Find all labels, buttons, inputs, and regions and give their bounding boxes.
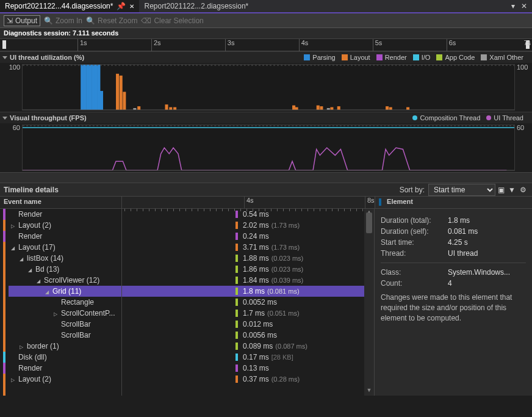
util-chart-body[interactable]: 100 100 xyxy=(22,64,515,111)
duration-row[interactable]: 1.88 ms(0.023 ms) xyxy=(122,253,374,264)
time-ruler[interactable]: 1s2s3s4s5s6s 7s xyxy=(0,39,532,51)
tree-twisty-icon[interactable] xyxy=(44,287,50,296)
close-icon[interactable]: ✕ xyxy=(129,3,134,10)
rail-segment xyxy=(3,231,5,242)
close-panel-icon[interactable]: ✕ xyxy=(521,2,527,10)
tree-row[interactable]: Bd (13) xyxy=(9,264,121,275)
legend-label: UI Thread xyxy=(494,114,523,121)
fps-chart-body[interactable]: 60 60 xyxy=(22,125,515,171)
duration-row[interactable]: 0.37 ms(0.28 ms) xyxy=(122,374,374,385)
svg-rect-22 xyxy=(389,107,392,110)
gear-icon[interactable]: ⚙ xyxy=(517,184,528,195)
tree-row[interactable]: Render xyxy=(9,363,121,374)
svg-rect-9 xyxy=(120,76,123,110)
duration-row[interactable]: 0.0056 ms xyxy=(122,330,374,341)
tree-row[interactable]: listBox (14) xyxy=(9,253,121,264)
duration-self: (0.023 ms) xyxy=(271,266,304,273)
tab-other[interactable]: Report2021122...2.diagsession* xyxy=(139,0,253,12)
timeline-table: RenderLayout (2)RenderLayout (17)listBox… xyxy=(0,209,532,396)
window-position-icon[interactable]: ▾ xyxy=(511,2,515,10)
duration-row[interactable]: 0.0052 ms xyxy=(122,297,374,308)
svg-rect-18 xyxy=(320,106,323,110)
tree-row[interactable]: Render xyxy=(9,209,121,220)
duration-row[interactable]: 3.71 ms(1.73 ms) xyxy=(122,242,374,253)
tree-row-label: ScrollBar xyxy=(61,320,91,328)
tree-twisty-icon[interactable] xyxy=(10,243,16,252)
duration-row[interactable]: 0.13 ms xyxy=(122,363,374,374)
duration-value: 3.71 ms xyxy=(243,243,269,252)
scroll-down-icon[interactable]: ▼ xyxy=(364,387,374,396)
duration-row[interactable]: 0.17 ms[28 KB] xyxy=(122,352,374,363)
tree-row[interactable]: Layout (2) xyxy=(9,374,121,385)
duration-row[interactable]: 1.86 ms(0.023 ms) xyxy=(122,264,374,275)
legend-item: App Code xyxy=(436,54,475,61)
pin-icon[interactable]: 📌 xyxy=(117,2,126,10)
tree-row[interactable]: border (1) xyxy=(9,341,121,352)
duration-row[interactable]: 0.24 ms xyxy=(122,231,374,242)
legend-item: Layout xyxy=(342,54,370,61)
tree-row[interactable]: ScrollBar xyxy=(9,330,121,341)
duration-row[interactable]: 0.012 ms xyxy=(122,319,374,330)
tree-twisty-icon[interactable] xyxy=(18,254,24,263)
svg-rect-5 xyxy=(95,65,98,110)
duration-row[interactable]: 1.8 ms(0.081 ms) xyxy=(122,286,374,297)
tree-twisty-icon[interactable] xyxy=(27,265,33,274)
tree-row[interactable]: Rectangle xyxy=(9,297,121,308)
frame-select-icon[interactable]: ▣ xyxy=(495,184,506,195)
tree-row[interactable]: Layout (17) xyxy=(9,242,121,253)
scrollbar-thumb[interactable] xyxy=(366,212,372,233)
event-duration-column[interactable]: 0.54 ms2.02 ms(1.73 ms)0.24 ms3.71 ms(1.… xyxy=(122,209,375,396)
clear-selection-button[interactable]: ⌫ Clear Selection xyxy=(141,16,203,25)
ruler-tick: 4s xyxy=(299,39,309,51)
zoom-in-label: Zoom In xyxy=(56,16,82,25)
filter-icon[interactable]: ▼ xyxy=(506,184,517,195)
duration-row[interactable]: 0.54 ms xyxy=(122,209,374,220)
tree-row-label: border (1) xyxy=(27,342,59,350)
tree-row-label: Bd (13) xyxy=(35,265,59,274)
tree-twisty-icon[interactable] xyxy=(10,221,16,230)
event-tree-list[interactable]: RenderLayout (2)RenderLayout (17)listBox… xyxy=(9,209,121,396)
reset-zoom-button[interactable]: 🔍 Reset Zoom xyxy=(86,16,137,25)
sort-by-select[interactable]: Start time xyxy=(428,184,495,196)
rail-segment xyxy=(3,242,5,352)
duration-mark xyxy=(235,277,238,284)
rail-segment xyxy=(3,209,5,220)
fps-chart-header[interactable]: Visual throughput (FPS) Composition Thre… xyxy=(0,112,532,123)
tree-row[interactable]: ScrollBar xyxy=(9,319,121,330)
tree-twisty-icon[interactable] xyxy=(18,342,24,350)
session-value: 7.111 seconds xyxy=(73,29,118,37)
zoom-in-button[interactable]: 🔍 Zoom In xyxy=(44,16,82,25)
session-header: Diagnostics session: 7.111 seconds xyxy=(0,28,532,39)
property-value: UI thread xyxy=(448,249,478,258)
tree-row[interactable]: Disk (dll) xyxy=(9,352,121,363)
tree-row[interactable]: Render xyxy=(9,231,121,242)
col-timeline[interactable]: 4s8s xyxy=(122,197,375,208)
property-key: Duration (total): xyxy=(381,216,448,225)
duration-self: (0.051 ms) xyxy=(267,310,300,317)
timeline-details-title: Timeline details xyxy=(4,186,59,194)
tree-row[interactable]: ScrollViewer (12) xyxy=(9,275,121,286)
tree-twisty-icon[interactable] xyxy=(35,276,41,285)
tree-row[interactable]: ScrollContentP... xyxy=(9,308,121,319)
legend-dot xyxy=(412,115,417,120)
duration-attr: [28 KB] xyxy=(271,354,293,361)
util-ymax-left: 100 xyxy=(4,63,20,71)
tree-row[interactable]: Grid (11) xyxy=(9,286,121,297)
output-button[interactable]: ⇲ Output xyxy=(4,15,40,26)
tree-twisty-icon[interactable] xyxy=(10,375,16,383)
property-value: 1.8 ms xyxy=(448,216,470,225)
property-row: Start time:4.25 s xyxy=(381,238,526,247)
range-handle-left[interactable] xyxy=(2,40,6,49)
tab-active[interactable]: Report2021122...44.diagsession* 📌 ✕ xyxy=(0,0,139,12)
vertical-scrollbar[interactable]: ▲ ▼ xyxy=(364,209,374,396)
util-chart-header[interactable]: UI thread utilization (%) ParsingLayoutR… xyxy=(0,52,532,63)
horizontal-splitter[interactable] xyxy=(0,172,532,183)
tree-row[interactable]: Layout (2) xyxy=(9,220,121,231)
duration-row[interactable]: 2.02 ms(1.73 ms) xyxy=(122,220,374,231)
tree-twisty-icon[interactable] xyxy=(52,309,59,317)
duration-row[interactable]: 0.089 ms(0.087 ms) xyxy=(122,341,374,352)
duration-row[interactable]: 1.84 ms(0.039 ms) xyxy=(122,275,374,286)
rail-segment xyxy=(3,352,5,363)
col-event-name[interactable]: Event name xyxy=(0,197,122,208)
duration-row[interactable]: 1.7 ms(0.051 ms) xyxy=(122,308,374,319)
